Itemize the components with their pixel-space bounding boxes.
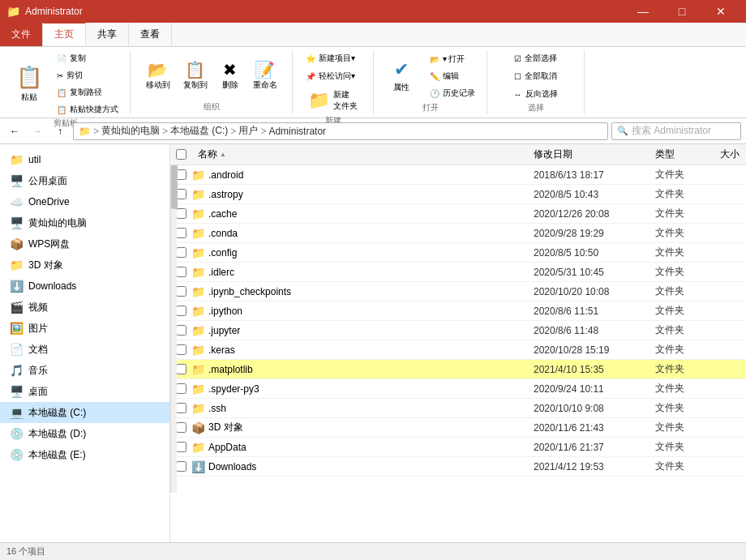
copy-button[interactable]: 📄 复制 [52,50,123,66]
table-row[interactable]: 📁 .keras 2020/10/28 15:19 文件夹 [170,340,746,360]
delete-button[interactable]: ✖ 删除 [216,53,245,99]
properties-icon: ✔ [394,59,409,80]
table-row[interactable]: 📁 .jupyter 2020/8/6 11:48 文件夹 [170,321,746,340]
tab-view[interactable]: 查看 [129,23,172,46]
table-row[interactable]: 📁 .ipython 2020/8/6 11:51 文件夹 [170,301,746,321]
paste-button[interactable]: 📋 粘贴 [8,50,50,118]
close-button[interactable]: ✕ [702,0,740,23]
sidebar-item-2[interactable]: ☁️ OneDrive [0,191,169,212]
maximize-button[interactable]: □ [663,0,701,23]
sidebar-label-7: 视频 [28,301,48,314]
search-box[interactable]: 🔍 搜索 Administrator [611,122,741,140]
sidebar-item-5[interactable]: 📁 3D 对象 [0,254,169,276]
up-button[interactable]: ↑ [50,122,70,141]
tab-file[interactable]: 文件 [0,23,43,46]
forward-button[interactable]: → [28,122,47,141]
copy-to-icon: 📋 [185,62,205,78]
easy-access-button[interactable]: 📌 轻松访问▾ [301,68,366,84]
table-row[interactable]: 📁 AppData 2020/11/6 21:37 文件夹 [170,438,746,457]
table-row[interactable]: 📁 .ssh 2020/10/10 9:08 文件夹 [170,399,746,418]
history-icon: 🕐 [430,89,439,98]
select-none-icon: ☐ [514,72,521,81]
col-date-header[interactable]: 修改日期 [527,147,649,161]
select-all-button[interactable]: ☑ 全部选择 [509,50,562,66]
header-checkbox[interactable] [170,149,191,160]
sidebar-item-0[interactable]: 📁 util [0,149,169,170]
path-segment-1: 📁 [79,126,91,137]
table-row[interactable]: 📁 .cache 2020/12/26 20:08 文件夹 [170,204,746,224]
sidebar-item-14[interactable]: 💿 本地磁盘 (E:) [0,444,169,465]
sidebar-item-8[interactable]: 🖼️ 图片 [0,318,169,339]
table-row[interactable]: 📁 .idlerc 2020/5/31 10:45 文件夹 [170,263,746,282]
paste-shortcut-icon: 📋 [57,105,66,114]
file-date-1: 2020/8/5 10:43 [527,189,649,200]
sidebar-icon-11: 🖥️ [10,385,24,398]
main-area: 📁 util🖥️ 公用桌面☁️ OneDrive🖥️ 黄灿灿的电脑📦 WPS网盘… [0,144,746,542]
copy-path-button[interactable]: 📋 复制路径 [52,84,123,100]
paste-shortcut-button[interactable]: 📋 粘贴快捷方式 [52,101,123,118]
table-row[interactable]: 📦 3D 对象 2020/11/6 21:43 文件夹 [170,418,746,438]
edit-button[interactable]: ✏️ 编辑 [425,68,480,84]
sidebar-item-10[interactable]: 🎵 音乐 [0,360,169,381]
move-to-button[interactable]: 📂 移动到 [141,53,175,99]
copy-to-button[interactable]: 📋 复制到 [178,53,212,99]
sidebar: 📁 util🖥️ 公用桌面☁️ OneDrive🖥️ 黄灿灿的电脑📦 WPS网盘… [0,144,170,542]
sidebar-label-1: 公用桌面 [28,174,67,188]
select-all-checkbox[interactable] [176,149,186,160]
organize-label: 组织 [204,101,220,114]
sidebar-item-3[interactable]: 🖥️ 黄灿灿的电脑 [0,212,169,233]
sidebar-item-7[interactable]: 🎬 视频 [0,297,169,318]
select-group: ☑ 全部选择 ☐ 全部取消 ↔ 反向选择 选择 [487,50,585,114]
file-date-0: 2018/6/13 18:17 [527,169,649,181]
title-bar-controls: — □ ✕ [624,0,740,23]
file-icon-2: 📁 [191,207,205,220]
sidebar-item-13[interactable]: 💿 本地磁盘 (D:) [0,423,169,444]
scrollbar[interactable] [170,144,177,493]
cut-button[interactable]: ✂ 剪切 [52,67,123,83]
file-icon-9: 📁 [191,344,205,357]
col-name-header[interactable]: 名称 ▲ [191,147,527,161]
file-date-4: 2020/8/5 10:50 [527,247,649,259]
col-type-header[interactable]: 类型 [649,147,714,161]
select-none-button[interactable]: ☐ 全部取消 [509,68,562,84]
properties-button[interactable]: ✔ 属性 [381,50,422,102]
file-icon-13: 📦 [191,421,205,434]
file-icon-10: 📁 [191,363,205,376]
table-row[interactable]: 📁 .ipynb_checkpoints 2020/10/20 10:08 文件… [170,282,746,301]
file-date-7: 2020/8/6 11:51 [527,306,649,317]
new-item-button[interactable]: ⭐ 新建项目▾ [301,50,366,66]
sidebar-icon-1: 🖥️ [10,174,24,187]
file-name-11: .spyder-py3 [205,383,527,395]
table-row[interactable]: ⬇️ Downloads 2021/4/12 19:53 文件夹 [170,457,746,477]
table-row[interactable]: 📁 .matplotlib 2021/4/10 15:35 文件夹 [170,360,746,379]
table-row[interactable]: 📁 .spyder-py3 2020/9/24 10:11 文件夹 [170,379,746,399]
tab-home[interactable]: 主页 [43,22,86,45]
col-size-header[interactable]: 大小 [714,147,746,161]
table-row[interactable]: 📁 .android 2018/6/13 18:17 文件夹 [170,165,746,185]
history-button[interactable]: 🕐 历史记录 [425,85,480,101]
search-placeholder: 搜索 Administrator [632,124,711,138]
sidebar-item-11[interactable]: 🖥️ 桌面 [0,381,169,402]
rename-button[interactable]: 📝 重命名 [248,53,282,99]
sidebar-item-9[interactable]: 📄 文档 [0,339,169,360]
sidebar-item-1[interactable]: 🖥️ 公用桌面 [0,170,169,191]
sidebar-item-12[interactable]: 💻 本地磁盘 (C:) [0,402,169,423]
table-row[interactable]: 📁 .astropy 2020/8/5 10:43 文件夹 [170,185,746,204]
file-name-5: .idlerc [205,267,527,278]
open-button[interactable]: 📂 ▾ 打开 [425,51,480,67]
file-date-14: 2020/11/6 21:37 [527,442,649,453]
invert-selection-button[interactable]: ↔ 反向选择 [509,86,563,102]
new-folder-button[interactable]: 📁 新建 文件夹 [301,86,366,115]
sidebar-label-5: 3D 对象 [28,259,63,272]
back-button[interactable]: ← [5,122,24,141]
minimize-button[interactable]: — [624,0,662,23]
sidebar-item-4[interactable]: 📦 WPS网盘 [0,233,169,254]
file-date-15: 2021/4/12 19:53 [527,461,649,472]
table-row[interactable]: 📁 .config 2020/8/5 10:50 文件夹 [170,243,746,263]
open-label: 打开 [422,102,439,115]
table-row[interactable]: 📁 .conda 2020/9/28 19:29 文件夹 [170,224,746,243]
file-icon-1: 📁 [191,188,205,201]
address-path[interactable]: 📁 > 黄灿灿的电脑 > 本地磁盘 (C:) > 用户 > Administra… [73,122,608,140]
sidebar-item-6[interactable]: ⬇️ Downloads [0,276,169,297]
tab-share[interactable]: 共享 [86,23,129,46]
